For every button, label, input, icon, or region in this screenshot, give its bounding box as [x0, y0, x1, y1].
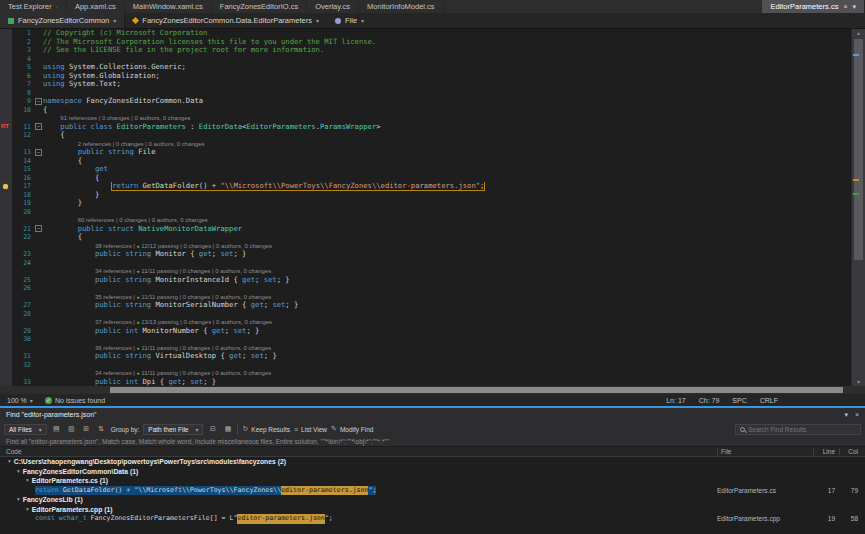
- code-line[interactable]: RT11− public class EditorParameters : Ed…: [0, 123, 851, 132]
- codelens-text[interactable]: 36 references | ● 11/11 passing | 0 chan…: [43, 344, 271, 353]
- codelens-text[interactable]: 91 references | 0 changes | 0 authors, 0…: [43, 114, 191, 123]
- active-doc-tab[interactable]: EditorParameters.cs × ▾: [762, 0, 865, 13]
- code-line[interactable]: 32: [0, 361, 851, 370]
- collapse-icon[interactable]: −: [35, 123, 42, 130]
- member-dropdown[interactable]: File ▾: [327, 13, 372, 28]
- tab-fancyzoneseditorio-cs[interactable]: FancyZonesEditorIO.cs: [212, 0, 307, 13]
- scope-dropdown[interactable]: All Files ▾: [4, 424, 47, 435]
- codelens-row[interactable]: 36 references | ● 11/11 passing | 0 chan…: [0, 344, 851, 353]
- find-toolbar-icon-3[interactable]: ⊞: [81, 425, 92, 433]
- group-by-dropdown[interactable]: Path then File ▾: [143, 424, 203, 435]
- codelens-text[interactable]: 35 references | ● 11/11 passing | 0 chan…: [43, 293, 271, 302]
- code-line[interactable]: 3// See the LICENSE file in the project …: [0, 46, 851, 55]
- find-results-search[interactable]: [735, 424, 861, 435]
- collapse-icon[interactable]: −: [35, 98, 42, 105]
- expander-icon[interactable]: ▾: [26, 505, 29, 515]
- codelens-row[interactable]: 60 references | 0 changes | 0 authors, 0…: [0, 216, 851, 225]
- code-line[interactable]: 18 }: [0, 191, 851, 200]
- codelens-row[interactable]: 91 references | 0 changes | 0 authors, 0…: [0, 114, 851, 123]
- code-line[interactable]: 28: [0, 310, 851, 319]
- code-line[interactable]: 4: [0, 55, 851, 64]
- tab-app-xaml-cs[interactable]: App.xaml.cs: [67, 0, 125, 13]
- find-results-search-input[interactable]: [748, 426, 856, 433]
- find-group-row[interactable]: ▾C:\Users\zhaopengwang\Desktop\powertoys…: [0, 457, 865, 467]
- modify-find-button[interactable]: ✎ Modify Find: [331, 425, 373, 433]
- codelens-text[interactable]: 37 references | ● 13/13 passing | 0 chan…: [43, 318, 272, 327]
- column-col[interactable]: Col: [839, 448, 865, 455]
- find-toolbar-icon-1[interactable]: ▤: [51, 425, 62, 433]
- scroll-down-icon[interactable]: ▾: [852, 378, 865, 386]
- code-line[interactable]: 6using System.Globalization;: [0, 72, 851, 81]
- fold-marker[interactable]: −: [34, 97, 43, 106]
- expander-icon[interactable]: ▾: [8, 457, 11, 467]
- find-toolbar-icon-6[interactable]: ▦: [222, 425, 233, 433]
- code-line[interactable]: 17 return GetDataFolder() + "\\Microsoft…: [0, 182, 851, 191]
- codelens-text[interactable]: 2 references | 0 changes | 0 authors, 0 …: [43, 140, 205, 149]
- find-toolbar-icon-5[interactable]: ⊟: [207, 425, 218, 433]
- scroll-up-icon[interactable]: ▴: [852, 29, 865, 37]
- codelens-row[interactable]: 38 references | ● 12/12 passing | 0 chan…: [0, 242, 851, 251]
- codelens-text[interactable]: 34 references | ● 11/11 passing | 0 chan…: [43, 369, 271, 378]
- code-line[interactable]: 33 public int Dpi { get; set; }: [0, 378, 851, 387]
- chevron-down-icon[interactable]: ▾: [852, 3, 856, 11]
- collapse-icon[interactable]: −: [35, 149, 42, 156]
- code-line[interactable]: 27 public string MonitorSerialNumber { g…: [0, 301, 851, 310]
- hscrollbar-thumb[interactable]: [110, 387, 843, 393]
- status-eol-mode[interactable]: CRLF: [760, 397, 778, 404]
- expander-icon[interactable]: ▾: [26, 476, 29, 486]
- code-line[interactable]: 13− public string File: [0, 148, 851, 157]
- tab-monitorinfomodel-cs[interactable]: MonitorInfoModel.cs: [359, 0, 444, 13]
- fold-marker[interactable]: −: [34, 148, 43, 157]
- issues-indicator[interactable]: ✓ No issues found: [45, 397, 105, 404]
- find-group-row[interactable]: ▾FancyZonesLib (1): [0, 495, 865, 505]
- editor-vscrollbar[interactable]: ▴ ▾: [851, 29, 865, 386]
- column-file[interactable]: File: [717, 448, 813, 455]
- find-group-row[interactable]: ▾FancyZonesEditorCommon\Data (1): [0, 467, 865, 477]
- collapse-icon[interactable]: −: [35, 225, 42, 232]
- codelens-text[interactable]: 38 references | ● 12/12 passing | 0 chan…: [43, 242, 272, 251]
- code-line[interactable]: 31 public string VirtualDesktop { get; s…: [0, 352, 851, 361]
- scrollbar-thumb[interactable]: [854, 39, 863, 260]
- close-icon[interactable]: ×: [843, 3, 847, 10]
- expander-icon[interactable]: ▾: [17, 467, 20, 477]
- find-results-list[interactable]: ▾C:\Users\zhaopengwang\Desktop\powertoys…: [0, 457, 865, 534]
- editor-hscrollbar[interactable]: [0, 386, 865, 394]
- code-line[interactable]: 7using System.Text;: [0, 80, 851, 89]
- fold-marker[interactable]: −: [34, 123, 43, 132]
- find-toolbar-icon-2[interactable]: ▥: [66, 425, 77, 433]
- code-line[interactable]: 8: [0, 89, 851, 98]
- code-line[interactable]: 16 {: [0, 174, 851, 183]
- lightbulb-icon[interactable]: [3, 184, 8, 189]
- find-toolbar-icon-4[interactable]: ⇅: [96, 425, 107, 433]
- tab-mainwindow-xaml-cs[interactable]: MainWindow.xaml.cs: [125, 0, 212, 13]
- code-line[interactable]: 29 public int MonitorNumber { get; set; …: [0, 327, 851, 336]
- code-area[interactable]: 1// Copyright (c) Microsoft Corporation2…: [0, 29, 851, 386]
- code-line[interactable]: 9−namespace FancyZonesEditorCommon.Data: [0, 97, 851, 106]
- code-line[interactable]: 5using System.Collections.Generic;: [0, 63, 851, 72]
- expander-icon[interactable]: ▾: [17, 495, 20, 505]
- pin-icon[interactable]: ◦: [56, 4, 58, 10]
- column-code[interactable]: Code: [0, 448, 717, 455]
- code-line[interactable]: 30: [0, 335, 851, 344]
- code-line[interactable]: 22 {: [0, 233, 851, 242]
- code-line[interactable]: 14 {: [0, 157, 851, 166]
- zoom-control[interactable]: 100 % ▾: [7, 397, 33, 404]
- find-result-row[interactable]: const wchar_t FancyZonesEditorParameters…: [0, 514, 865, 524]
- find-window-titlebar[interactable]: Find "editor-parameters.json" ▾ ×: [0, 408, 865, 421]
- list-view-toggle[interactable]: ≡ List View: [294, 426, 327, 433]
- code-line[interactable]: 15 get: [0, 165, 851, 174]
- code-line[interactable]: 23 public string Monitor { get; set; }: [0, 250, 851, 259]
- keep-results-toggle[interactable]: ↻ Keep Results: [242, 425, 290, 433]
- code-line[interactable]: 26: [0, 284, 851, 293]
- find-group-row[interactable]: ▾EditorParameters.cpp (1): [0, 505, 865, 515]
- codelens-text[interactable]: 34 references | ● 11/11 passing | 0 chan…: [43, 267, 271, 276]
- fold-marker[interactable]: −: [34, 225, 43, 234]
- column-line[interactable]: Line: [813, 448, 839, 455]
- codelens-row[interactable]: 37 references | ● 13/13 passing | 0 chan…: [0, 318, 851, 327]
- code-line[interactable]: 20: [0, 208, 851, 217]
- code-line[interactable]: 2// The Microsoft Corporation licenses t…: [0, 38, 851, 47]
- codelens-row[interactable]: 34 references | ● 11/11 passing | 0 chan…: [0, 369, 851, 378]
- tab-test-explorer[interactable]: Test Explorer◦: [0, 0, 67, 13]
- tab-overlay-cs[interactable]: Overlay.cs: [307, 0, 359, 13]
- find-result-row[interactable]: return GetDataFolder() + "\\Microsoft\\P…: [0, 486, 865, 496]
